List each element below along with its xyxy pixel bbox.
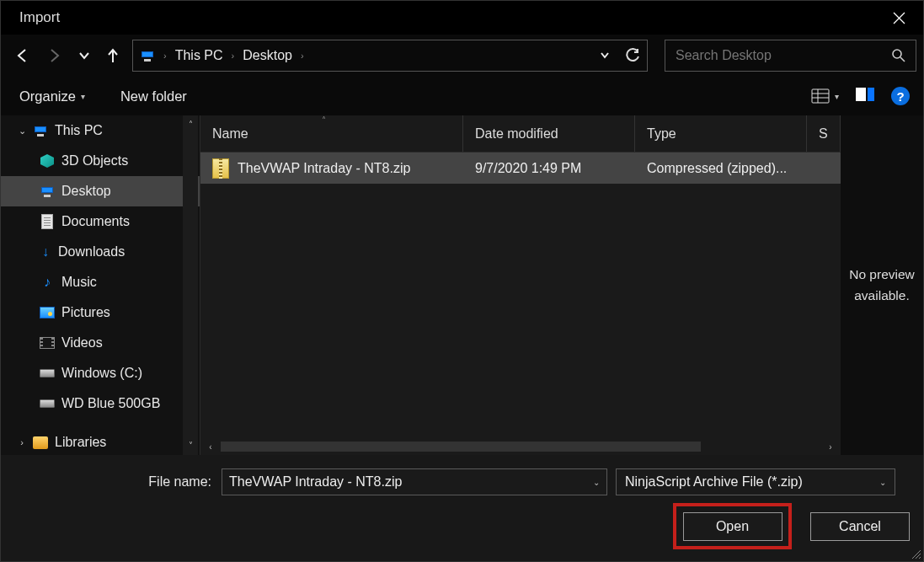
breadcrumbs: This PC › Desktop › xyxy=(175,48,304,63)
filename-row: File name: TheVWAP Intraday - NT8.zip ⌄ … xyxy=(1,468,910,495)
tree-node-videos[interactable]: Videos xyxy=(1,328,200,358)
column-size[interactable]: S xyxy=(807,115,841,152)
title-bar: Import xyxy=(1,1,923,35)
zip-icon xyxy=(212,158,229,179)
file-type-cell: Compressed (zipped)... xyxy=(635,161,807,176)
chevron-down-icon[interactable]: ⌄ xyxy=(593,478,600,487)
chevron-down-icon: ▾ xyxy=(835,92,839,101)
view-menu[interactable]: ▾ xyxy=(811,88,839,104)
tree-node-this-pc[interactable]: ⌄ This PC xyxy=(1,115,200,146)
chevron-right-icon: › xyxy=(163,51,167,61)
tree-node-libraries[interactable]: › Libraries xyxy=(1,427,200,455)
toolbar: Organize▾ New folder ▾ ? xyxy=(1,77,923,115)
file-list: Name˄ Date modified Type S TheVWAP Intra… xyxy=(200,115,841,455)
column-type[interactable]: Type xyxy=(635,115,807,152)
chevron-down-icon: ▾ xyxy=(81,92,85,101)
documents-icon xyxy=(40,215,55,228)
resize-grip-icon xyxy=(910,548,921,559)
tree-node-documents[interactable]: Documents xyxy=(1,206,200,237)
horizontal-scrollbar[interactable]: ‹ › xyxy=(200,438,841,455)
filename-label: File name: xyxy=(1,474,222,490)
address-bar[interactable]: › This PC › Desktop › xyxy=(132,40,648,72)
up-button[interactable] xyxy=(105,47,120,64)
tree-node-music[interactable]: ♪Music xyxy=(1,267,200,297)
scroll-left-icon[interactable]: ‹ xyxy=(204,442,217,452)
button-row: Open Cancel xyxy=(673,503,910,549)
address-history-button[interactable] xyxy=(600,51,610,61)
sort-asc-icon: ˄ xyxy=(322,115,326,125)
organize-menu[interactable]: Organize▾ xyxy=(19,88,85,104)
downloads-icon: ↓ xyxy=(40,245,51,259)
chevron-right-icon: › xyxy=(301,51,304,61)
nav-row: › This PC › Desktop › xyxy=(1,35,923,77)
breadcrumb-this-pc[interactable]: This PC xyxy=(175,48,223,63)
chevron-right-icon: › xyxy=(16,437,28,447)
preview-pane: No preview available. xyxy=(841,115,923,455)
column-name[interactable]: Name˄ xyxy=(200,115,463,152)
column-date[interactable]: Date modified xyxy=(463,115,635,152)
music-icon: ♪ xyxy=(40,276,55,289)
window-title: Import xyxy=(19,9,60,26)
scroll-down-icon[interactable]: ˅ xyxy=(183,438,198,453)
chevron-down-icon: ⌄ xyxy=(16,126,28,136)
scroll-up-icon[interactable]: ˄ xyxy=(183,117,198,132)
forward-button[interactable] xyxy=(46,47,63,64)
file-panel: Name˄ Date modified Type S TheVWAP Intra… xyxy=(200,115,923,455)
open-button-highlight: Open xyxy=(673,503,792,549)
this-pc-icon xyxy=(33,125,48,136)
tree-scrollbar[interactable]: ˄ ˅ xyxy=(183,115,198,455)
scrollbar-track[interactable] xyxy=(221,442,820,452)
svg-rect-5 xyxy=(812,89,829,103)
preview-pane-button[interactable] xyxy=(856,88,874,104)
open-button[interactable]: Open xyxy=(683,512,782,541)
drive-icon xyxy=(40,367,55,380)
close-icon xyxy=(893,12,905,24)
pictures-icon xyxy=(40,306,55,319)
scrollbar-thumb[interactable] xyxy=(221,442,701,452)
search-input[interactable] xyxy=(676,48,891,63)
svg-line-11 xyxy=(919,557,921,559)
chevron-down-icon[interactable]: ⌄ xyxy=(879,478,886,487)
breadcrumb-desktop[interactable]: Desktop xyxy=(243,48,292,63)
tree-node-pictures[interactable]: Pictures xyxy=(1,297,200,328)
file-type-dropdown[interactable]: NinjaScript Archive File (*.zip) ⌄ xyxy=(616,468,895,495)
drive-icon xyxy=(40,397,55,410)
help-button[interactable]: ? xyxy=(891,87,910,105)
file-name-cell: TheVWAP Intraday - NT8.zip xyxy=(200,158,463,179)
tree-node-windows-c[interactable]: Windows (C:) xyxy=(1,358,200,388)
svg-point-3 xyxy=(893,50,901,58)
search-box[interactable] xyxy=(665,40,916,72)
nav-arrows xyxy=(14,47,120,64)
tree-node-desktop[interactable]: Desktop xyxy=(1,176,200,206)
file-name: TheVWAP Intraday - NT8.zip xyxy=(238,161,410,176)
filename-value: TheVWAP Intraday - NT8.zip xyxy=(229,474,402,490)
column-headers: Name˄ Date modified Type S xyxy=(200,115,841,153)
videos-icon xyxy=(40,336,55,350)
footer: File name: TheVWAP Intraday - NT8.zip ⌄ … xyxy=(1,455,923,561)
content-area: ⌄ This PC 3D Objects Desktop Documents ↓… xyxy=(1,115,923,455)
file-type-value: NinjaScript Archive File (*.zip) xyxy=(625,474,803,490)
file-row[interactable]: TheVWAP Intraday - NT8.zip 9/7/2020 1:49… xyxy=(200,153,841,184)
tree-node-3d-objects[interactable]: 3D Objects xyxy=(1,146,200,176)
back-button[interactable] xyxy=(14,47,31,64)
desktop-icon xyxy=(40,185,55,197)
chevron-right-icon: › xyxy=(232,51,235,61)
this-pc-icon xyxy=(140,50,155,62)
3d-objects-icon xyxy=(40,154,55,168)
filename-input[interactable]: TheVWAP Intraday - NT8.zip ⌄ xyxy=(222,468,607,495)
file-date-cell: 9/7/2020 1:49 PM xyxy=(463,161,635,176)
scroll-right-icon[interactable]: › xyxy=(824,442,837,452)
details-view-icon xyxy=(811,88,830,104)
search-icon xyxy=(891,48,905,63)
tree-node-wd-blue[interactable]: WD Blue 500GB xyxy=(1,388,200,419)
cancel-button[interactable]: Cancel xyxy=(810,512,910,541)
recent-locations-button[interactable] xyxy=(78,50,90,62)
svg-line-4 xyxy=(900,57,905,62)
libraries-icon xyxy=(33,436,48,449)
refresh-button[interactable] xyxy=(625,48,640,63)
folder-tree: ⌄ This PC 3D Objects Desktop Documents ↓… xyxy=(1,115,200,455)
resize-grip[interactable] xyxy=(910,548,921,559)
close-button[interactable] xyxy=(879,1,918,35)
tree-node-downloads[interactable]: ↓Downloads xyxy=(1,237,200,267)
new-folder-button[interactable]: New folder xyxy=(120,88,187,104)
